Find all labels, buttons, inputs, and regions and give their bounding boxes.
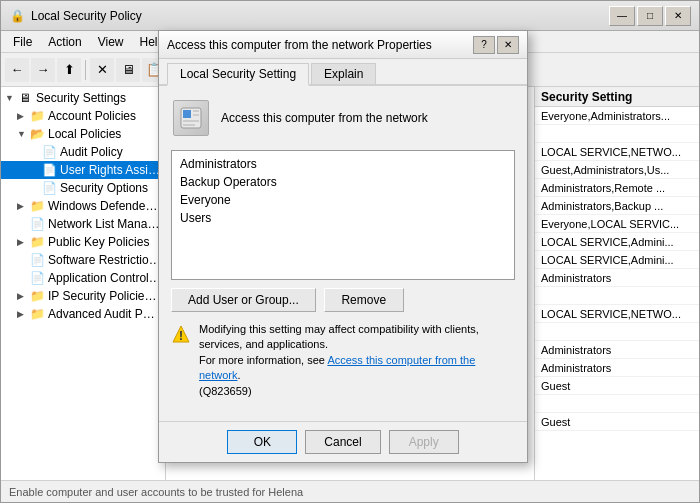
policy-icon xyxy=(171,98,211,138)
warning-section: ! Modifying this setting may affect comp… xyxy=(171,322,515,399)
tab-strip: Local Security Setting Explain xyxy=(159,59,527,86)
modal-footer: OK Cancel Apply xyxy=(159,421,527,462)
policy-svg-icon xyxy=(177,104,205,132)
cancel-button[interactable]: Cancel xyxy=(305,430,380,454)
list-item-everyone[interactable]: Everyone xyxy=(176,191,510,209)
svg-rect-4 xyxy=(183,120,199,122)
users-list-box[interactable]: Administrators Backup Operators Everyone… xyxy=(171,150,515,280)
policy-icon-inner xyxy=(173,100,209,136)
list-item-administrators[interactable]: Administrators xyxy=(176,155,510,173)
tab-local-security[interactable]: Local Security Setting xyxy=(167,63,309,86)
warning-text-block: Modifying this setting may affect compat… xyxy=(199,322,515,399)
warning-prefix: For more information, see xyxy=(199,354,327,366)
remove-button[interactable]: Remove xyxy=(324,288,404,312)
modal-title-buttons: ? ✕ xyxy=(473,36,519,54)
modal-title-bar: Access this computer from the network Pr… xyxy=(159,31,527,59)
modal-close-button[interactable]: ✕ xyxy=(497,36,519,54)
add-user-button[interactable]: Add User or Group... xyxy=(171,288,316,312)
modal-help-button[interactable]: ? xyxy=(473,36,495,54)
policy-title: Access this computer from the network xyxy=(221,111,428,125)
warning-note: (Q823659) xyxy=(199,385,252,397)
svg-rect-1 xyxy=(183,110,191,118)
modal-content: Access this computer from the network Ad… xyxy=(159,86,527,421)
svg-rect-2 xyxy=(193,110,199,112)
ok-button[interactable]: OK xyxy=(227,430,297,454)
modal-dialog: Access this computer from the network Pr… xyxy=(158,30,528,463)
warning-message: Modifying this setting may affect compat… xyxy=(199,323,479,350)
list-item-users[interactable]: Users xyxy=(176,209,510,227)
policy-header: Access this computer from the network xyxy=(171,98,515,138)
modal-overlay: Access this computer from the network Pr… xyxy=(0,0,700,503)
svg-rect-3 xyxy=(193,114,199,116)
list-item-backup-operators[interactable]: Backup Operators xyxy=(176,173,510,191)
modal-title: Access this computer from the network Pr… xyxy=(167,38,473,52)
tab-explain[interactable]: Explain xyxy=(311,63,376,84)
svg-text:!: ! xyxy=(179,329,183,343)
apply-button[interactable]: Apply xyxy=(389,430,459,454)
user-action-buttons: Add User or Group... Remove xyxy=(171,288,515,312)
warning-icon: ! xyxy=(171,324,191,344)
svg-rect-5 xyxy=(183,124,195,126)
